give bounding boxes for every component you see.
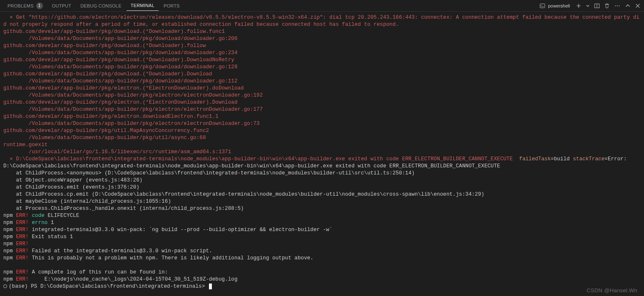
terminal-stack-line: runtime.goexit <box>3 142 641 149</box>
terminal-error-line: ⨯ Get "https://github.com/electron/elect… <box>3 14 641 28</box>
panel-header: PROBLEMS 1 OUTPUT DEBUG CONSOLE TERMINAL… <box>0 0 644 12</box>
terminal-js-stack-line: at Process.ChildProcess._handle.onexit (… <box>3 205 641 212</box>
panel-actions: powershell <box>540 3 641 9</box>
terminal-npm-err-line: npm ERR! integrated-terminals@3.3.0 win-… <box>3 226 641 234</box>
svg-rect-0 <box>540 4 545 8</box>
svg-point-3 <box>617 5 618 6</box>
tab-output[interactable]: OUTPUT <box>48 1 75 11</box>
tab-ports[interactable]: PORTS <box>159 1 184 11</box>
maximize-panel-icon[interactable] <box>625 3 631 9</box>
terminal-npm-err-line: npm ERR! This is probably not a problem … <box>3 255 641 262</box>
terminal-exe-error-line: ⨯ D:\CodeSpace\labclass\frontend\integra… <box>3 156 641 170</box>
svg-point-4 <box>619 5 619 6</box>
terminal-stack-line: github.com/develar/app-builder/pkg/downl… <box>3 57 641 64</box>
terminal-npm-err-line: npm ERR! <box>3 241 641 248</box>
terminal-stack-line: github.com/develar/app-builder/pkg/downl… <box>3 42 641 50</box>
tab-ports-label: PORTS <box>164 3 180 8</box>
terminal-stack-line: /Volumes/data/Documents/app-builder/pkg/… <box>3 134 641 142</box>
panel-tabs: PROBLEMS 1 OUTPUT DEBUG CONSOLE TERMINAL… <box>3 1 184 11</box>
terminal-stack-line: github.com/develar/app-builder/pkg/util.… <box>3 127 641 134</box>
tab-terminal[interactable]: TERMINAL <box>127 1 159 11</box>
terminal-stack-line: /Volumes/data/Documents/app-builder/pkg/… <box>3 64 641 71</box>
terminal-npm-err-line: npm ERR! E:\nodejs\node_cache\_logs\2024… <box>3 276 641 283</box>
terminal-js-stack-line: at ChildProcess.cp.emit (D:\CodeSpace\la… <box>3 191 641 198</box>
svg-point-2 <box>615 5 616 6</box>
terminal-npm-err-line: npm ERR! code ELIFECYCLE <box>3 212 641 219</box>
shell-selector[interactable]: powershell <box>540 3 572 9</box>
terminal-stack-line: github.com/develar/app-builder/pkg/elect… <box>3 113 641 120</box>
terminal-stack-line: /Volumes/data/Documents/app-builder/pkg/… <box>3 50 641 57</box>
terminal-stack-line: github.com/develar/app-builder/pkg/downl… <box>3 28 641 35</box>
terminal-cursor <box>209 284 212 289</box>
tab-debug-console-label: DEBUG CONSOLE <box>80 3 122 8</box>
problems-count-badge: 1 <box>36 2 43 9</box>
terminal-output[interactable]: ⨯ Get "https://github.com/electron/elect… <box>0 12 644 296</box>
watermark: CSDN @Hansel.Wn <box>587 287 637 294</box>
terminal-stack-line: /Volumes/data/Documents/app-builder/pkg/… <box>3 120 641 127</box>
tab-output-label: OUTPUT <box>52 3 71 8</box>
more-actions-icon[interactable] <box>614 3 621 9</box>
terminal-stack-line: /Volumes/data/Documents/app-builder/pkg/… <box>3 35 641 42</box>
tab-problems[interactable]: PROBLEMS 1 <box>3 1 47 11</box>
terminal-npm-err-line: npm ERR! A complete log of this run can … <box>3 269 641 276</box>
kill-terminal-icon[interactable] <box>604 3 610 9</box>
terminal-npm-err-line: npm ERR! errno 1 <box>3 219 641 226</box>
prompt-status-icon <box>3 284 7 288</box>
split-terminal-icon[interactable] <box>594 3 600 9</box>
tab-terminal-label: TERMINAL <box>131 3 154 8</box>
tab-problems-label: PROBLEMS <box>7 3 34 8</box>
terminal-js-stack-line: at ChildProcess.emit (events.js:376:20) <box>3 184 641 191</box>
new-terminal-icon[interactable] <box>576 3 582 9</box>
terminal-npm-err-line: npm ERR! Failed at the integrated-termin… <box>3 248 641 255</box>
tab-debug-console[interactable]: DEBUG CONSOLE <box>76 1 126 11</box>
close-panel-icon[interactable] <box>635 3 641 9</box>
terminal-icon <box>540 3 545 9</box>
terminal-stack-line: /usr/local/Cellar/go/1.16.5/libexec/src/… <box>3 149 641 156</box>
terminal-prompt[interactable]: (base) PS D:\CodeSpace\labclass\frontend… <box>3 283 641 290</box>
terminal-stack-line: /Volumes/data/Documents/app-builder/pkg/… <box>3 106 641 113</box>
terminal-js-stack-line: at maybeClose (internal/child_process.js… <box>3 198 641 205</box>
terminal-stack-line: github.com/develar/app-builder/pkg/downl… <box>3 71 641 78</box>
terminal-npm-err-line: npm ERR! Exit status 1 <box>3 234 641 241</box>
chevron-down-icon[interactable] <box>586 3 590 9</box>
terminal-stack-line: github.com/develar/app-builder/pkg/elect… <box>3 85 641 92</box>
terminal-stack-line: github.com/develar/app-builder/pkg/elect… <box>3 99 641 106</box>
terminal-stack-line: /Volumes/data/Documents/app-builder/pkg/… <box>3 92 641 99</box>
terminal-js-stack-line: at Object.onceWrapper (events.js:483:26) <box>3 177 641 184</box>
terminal-stack-line: /Volumes/data/Documents/app-builder/pkg/… <box>3 78 641 85</box>
shell-name: powershell <box>548 3 570 8</box>
terminal-js-stack-line: at ChildProcess.<anonymous> (D:\CodeSpac… <box>3 170 641 177</box>
